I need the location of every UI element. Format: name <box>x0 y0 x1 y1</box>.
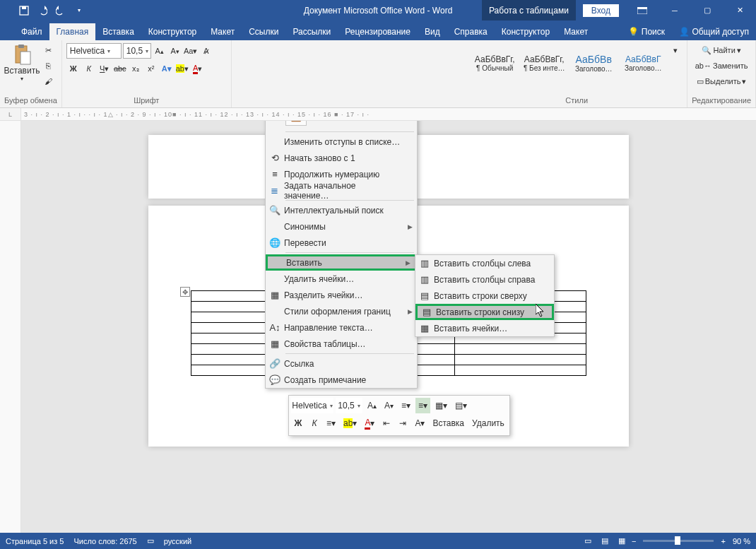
undo-button[interactable] <box>34 3 51 18</box>
italic-button[interactable]: К <box>82 61 96 76</box>
save-button[interactable] <box>16 3 33 18</box>
styles-more-icon[interactable]: ▾ <box>668 43 683 57</box>
search-tab[interactable]: 💡 Поиск <box>621 23 672 40</box>
cm-adjust-indents[interactable]: Изменить отступы в списке… <box>266 134 417 150</box>
mini-highlight[interactable]: ab▾ <box>341 415 360 431</box>
highlight-icon[interactable]: ab▾ <box>175 61 189 76</box>
mini-shrink-font[interactable]: A▾ <box>382 398 396 413</box>
tab-home[interactable]: Главная <box>49 23 96 40</box>
login-button[interactable]: Вход <box>583 4 619 17</box>
cm-link[interactable]: 🔗Ссылка <box>266 355 417 372</box>
paste-option-default[interactable]: 📋 <box>285 121 307 126</box>
tab-table-design[interactable]: Конструктор <box>495 23 557 40</box>
cm-translate[interactable]: 🌐Перевести <box>266 235 417 251</box>
tab-view[interactable]: Вид <box>418 23 447 40</box>
mini-styles[interactable]: A▾ <box>412 415 427 431</box>
sm-rows-below[interactable]: ▤Вставить строки снизу <box>415 304 554 320</box>
find-button[interactable]: 🔍 Найти ▾ <box>692 43 751 57</box>
tab-design[interactable]: Конструктор <box>141 23 203 40</box>
copy-icon[interactable]: ⎘ <box>41 59 55 73</box>
mini-align[interactable]: ≡▾ <box>324 415 338 431</box>
tab-layout[interactable]: Макет <box>203 23 242 40</box>
tab-file[interactable]: Файл <box>14 23 49 40</box>
mini-size-combo[interactable]: 10,5▾ <box>336 398 362 413</box>
grow-font-icon[interactable]: A▴ <box>153 44 167 58</box>
mini-numbering[interactable]: ≡▾ <box>415 398 430 413</box>
view-print-layout[interactable]: ▤ <box>598 534 612 548</box>
mini-bullets[interactable]: ≡▾ <box>398 398 413 413</box>
mini-layout-icon[interactable]: ▤▾ <box>452 398 470 413</box>
share-button[interactable]: 👤 Общий доступ <box>672 23 756 40</box>
maximize-button[interactable]: ▢ <box>691 0 723 20</box>
tab-references[interactable]: Ссылки <box>242 23 285 40</box>
cm-split-cells[interactable]: ▦Разделить ячейки… <box>266 287 417 303</box>
vertical-ruler[interactable] <box>0 121 21 533</box>
status-spell-icon[interactable]: ▭ <box>147 536 154 545</box>
mini-bold[interactable]: Ж <box>291 415 305 431</box>
mini-insert-button[interactable]: Вставка <box>430 415 467 431</box>
cm-smart-lookup[interactable]: 🔍Интеллектуальный поиск <box>266 202 417 218</box>
cm-delete-cells[interactable]: Удалить ячейки… <box>266 271 417 287</box>
bold-button[interactable]: Ж <box>66 61 81 76</box>
zoom-value[interactable]: 90 % <box>733 537 750 545</box>
mini-delete-button[interactable]: Удалить <box>469 415 507 431</box>
cm-insert[interactable]: Вставить▶ ▥Вставить столбцы слева ▥Встав… <box>266 254 417 271</box>
zoom-slider[interactable] <box>643 540 714 542</box>
mini-font-combo[interactable]: Helvetica▾ <box>291 398 333 413</box>
tab-review[interactable]: Рецензирование <box>338 23 418 40</box>
view-web-layout[interactable]: ▦ <box>615 534 629 548</box>
cm-restart-at-1[interactable]: ⟲Начать заново с 1 <box>266 150 417 166</box>
sm-cols-left[interactable]: ▥Вставить столбцы слева <box>415 255 554 271</box>
mini-grow-font[interactable]: A▴ <box>365 398 379 413</box>
horizontal-ruler[interactable]: 3 · ı · 2 · ı · 1 · ı · · ı · 1△ · ı · 2… <box>21 108 756 120</box>
zoom-in-button[interactable]: + <box>721 537 725 545</box>
superscript-button[interactable]: x² <box>144 61 158 76</box>
cm-text-direction[interactable]: A↕Направление текста… <box>266 319 417 336</box>
sm-cells[interactable]: ▦Вставить ячейки… <box>415 320 554 336</box>
text-effects-icon[interactable]: A▾ <box>160 61 174 76</box>
mini-table-icon[interactable]: ▦▾ <box>432 398 450 413</box>
cm-set-numbering-value[interactable]: ≣Задать начальное значение… <box>266 182 417 199</box>
mini-italic[interactable]: К <box>307 415 321 431</box>
tab-mailings[interactable]: Рассылки <box>285 23 338 40</box>
font-name-combo[interactable]: Helvetica▾ <box>66 43 122 59</box>
subscript-button[interactable]: x₂ <box>129 61 143 76</box>
style-no-spacing[interactable]: АаБбВвГг,¶ Без инте… <box>520 43 568 83</box>
sm-rows-above[interactable]: ▤Вставить строки сверху <box>415 288 554 304</box>
change-case-icon[interactable]: Aa▾ <box>184 44 198 58</box>
tab-insert[interactable]: Вставка <box>95 23 141 40</box>
paste-button[interactable]: Вставить ▾ <box>4 43 40 82</box>
view-read-mode[interactable]: ▭ <box>581 534 595 548</box>
cm-new-comment[interactable]: 💬Создать примечание <box>266 372 417 388</box>
qat-caret[interactable]: ▾ <box>71 3 88 18</box>
style-normal[interactable]: АаБбВвГг,¶ Обычный <box>471 43 519 83</box>
mini-indent-inc[interactable]: ⇥ <box>396 415 410 431</box>
cm-table-properties[interactable]: ▦Свойства таблицы… <box>266 336 417 352</box>
minimize-button[interactable]: ─ <box>658 0 691 20</box>
cut-icon[interactable]: ✂ <box>41 43 55 57</box>
mini-font-color[interactable]: A▾ <box>362 415 377 431</box>
clear-format-icon[interactable]: A̷ <box>199 44 213 58</box>
status-language[interactable]: русский <box>164 537 191 545</box>
cm-synonyms[interactable]: Синонимы▶ <box>266 218 417 235</box>
font-color-icon[interactable]: A▾ <box>191 61 205 76</box>
strike-button[interactable]: abc <box>113 61 127 76</box>
mini-indent-dec[interactable]: ⇤ <box>379 415 394 431</box>
tab-table-layout[interactable]: Макет <box>557 23 595 40</box>
replace-button[interactable]: ab↔ Заменить <box>692 59 751 73</box>
close-button[interactable]: ✕ <box>723 0 756 20</box>
cm-border-styles[interactable]: Стили оформления границ▶ <box>266 303 417 319</box>
table-move-handle[interactable]: ✥ <box>180 287 190 297</box>
sm-cols-right[interactable]: ▥Вставить столбцы справа <box>415 271 554 288</box>
style-heading1[interactable]: АаБбВвЗаголово… <box>569 43 618 83</box>
underline-button[interactable]: Ч▾ <box>98 61 112 76</box>
format-painter-icon[interactable]: 🖌 <box>41 74 55 88</box>
zoom-out-button[interactable]: − <box>632 537 636 545</box>
select-button[interactable]: ▭ Выделить ▾ <box>692 74 751 88</box>
font-size-combo[interactable]: 10,5▾ <box>123 43 151 59</box>
status-words[interactable]: Число слов: 2675 <box>73 537 136 545</box>
ribbon-display-icon[interactable] <box>626 0 658 20</box>
redo-button[interactable] <box>52 3 69 18</box>
shrink-font-icon[interactable]: A▾ <box>168 44 182 58</box>
status-page[interactable]: Страница 5 из 5 <box>6 537 64 545</box>
